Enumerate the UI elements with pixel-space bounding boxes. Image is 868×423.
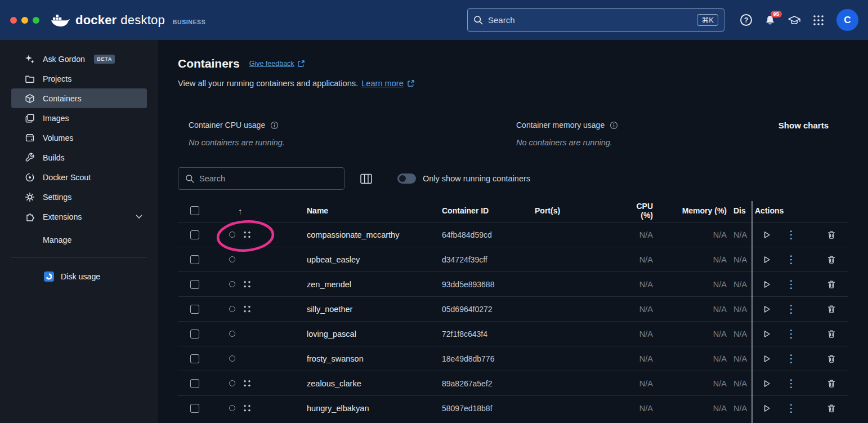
status-cell bbox=[212, 404, 307, 413]
sidebar-item-label: Images bbox=[43, 114, 69, 123]
more-actions-button[interactable]: ⋮ bbox=[786, 328, 797, 339]
sidebar-item-projects[interactable]: Projects bbox=[11, 69, 147, 88]
row-checkbox[interactable] bbox=[190, 330, 199, 339]
global-search-input[interactable] bbox=[488, 15, 692, 25]
start-button[interactable] bbox=[762, 379, 771, 388]
container-name[interactable]: loving_pascal bbox=[307, 330, 442, 339]
start-button[interactable] bbox=[762, 354, 771, 363]
delete-button[interactable] bbox=[827, 379, 836, 388]
sidebar-item-manage[interactable]: Manage bbox=[11, 230, 147, 250]
start-button[interactable] bbox=[762, 255, 771, 264]
more-actions-button[interactable]: ⋮ bbox=[786, 304, 797, 314]
delete-button[interactable] bbox=[827, 354, 836, 363]
maximize-window-button[interactable] bbox=[33, 17, 39, 24]
container-search[interactable] bbox=[178, 167, 344, 190]
start-button[interactable] bbox=[762, 404, 771, 413]
give-feedback-label[interactable]: Give feedback bbox=[249, 60, 294, 68]
show-charts-button[interactable]: Show charts bbox=[778, 121, 848, 147]
delete-button[interactable] bbox=[827, 230, 836, 239]
more-actions-button[interactable]: ⋮ bbox=[786, 254, 797, 265]
sort-ascending-icon[interactable]: ↑ bbox=[212, 206, 307, 216]
disk-usage-icon bbox=[44, 271, 54, 282]
info-icon[interactable] bbox=[270, 121, 279, 130]
sidebar-item-extensions[interactable]: Extensions bbox=[11, 207, 147, 226]
select-all-checkbox[interactable] bbox=[190, 206, 199, 215]
table-row[interactable]: silly_noether 05d6964f0272 N/A N/A N/A ⋮ bbox=[178, 296, 848, 321]
sidebar-item-disk-usage[interactable]: Disk usage bbox=[11, 267, 147, 286]
row-checkbox[interactable] bbox=[190, 230, 199, 239]
help-icon[interactable]: ? bbox=[740, 14, 752, 26]
global-search[interactable]: ⌘K bbox=[467, 8, 724, 32]
more-actions-button[interactable]: ⋮ bbox=[786, 403, 797, 413]
header-ports[interactable]: Port(s) bbox=[535, 206, 623, 215]
give-feedback-link[interactable]: Give feedback bbox=[249, 60, 305, 68]
header-name[interactable]: Name bbox=[307, 206, 442, 215]
container-name[interactable]: zen_mendel bbox=[307, 280, 442, 289]
start-button[interactable] bbox=[762, 330, 771, 339]
start-button[interactable] bbox=[762, 230, 771, 239]
row-checkbox[interactable] bbox=[190, 404, 199, 413]
compose-group-icon bbox=[243, 230, 252, 239]
start-button[interactable] bbox=[762, 280, 771, 289]
more-actions-button[interactable]: ⋮ bbox=[786, 279, 797, 290]
sidebar-item-images[interactable]: Images bbox=[11, 108, 147, 128]
columns-icon[interactable] bbox=[360, 173, 372, 184]
container-cube-icon bbox=[25, 93, 35, 104]
info-icon[interactable] bbox=[610, 121, 618, 130]
table-row[interactable]: frosty_swanson 18e49d8db776 N/A N/A N/A … bbox=[178, 346, 848, 371]
delete-button[interactable] bbox=[827, 305, 836, 314]
header-cpu[interactable]: CPU (%) bbox=[623, 202, 656, 220]
container-cpu: N/A bbox=[623, 354, 656, 363]
sidebar-item-volumes[interactable]: Volumes bbox=[11, 128, 147, 148]
row-checkbox[interactable] bbox=[190, 354, 199, 363]
container-name[interactable]: hungry_elbakyan bbox=[307, 404, 442, 413]
apps-grid-icon[interactable] bbox=[813, 15, 824, 26]
more-actions-button[interactable]: ⋮ bbox=[786, 229, 797, 240]
table-row[interactable]: upbeat_easley d34724f39cff N/A N/A N/A ⋮ bbox=[178, 247, 848, 271]
header-disk[interactable]: Dis bbox=[732, 206, 755, 215]
docker-desktop-brand: docker desktop BUSINESS bbox=[51, 13, 205, 28]
delete-button[interactable] bbox=[827, 330, 836, 339]
table-row[interactable]: loving_pascal 72f1f8c643f4 N/A N/A N/A ⋮ bbox=[178, 321, 848, 346]
wrench-icon bbox=[25, 153, 35, 163]
header-container-id[interactable]: Container ID bbox=[442, 206, 535, 215]
row-checkbox[interactable] bbox=[190, 255, 199, 264]
container-name[interactable]: upbeat_easley bbox=[307, 255, 442, 264]
start-button[interactable] bbox=[762, 305, 771, 314]
container-search-input[interactable] bbox=[199, 174, 337, 183]
avatar[interactable]: C bbox=[836, 9, 858, 31]
delete-button[interactable] bbox=[827, 404, 836, 413]
volumes-icon bbox=[25, 133, 35, 143]
container-id: 58097ed18b8f bbox=[442, 404, 535, 413]
row-checkbox[interactable] bbox=[190, 379, 199, 388]
table-row[interactable]: hungry_elbakyan 58097ed18b8f N/A N/A N/A… bbox=[178, 395, 848, 420]
delete-button[interactable] bbox=[827, 280, 836, 289]
minimize-window-button[interactable] bbox=[21, 17, 28, 24]
table-row[interactable]: zealous_clarke 89a8267a5ef2 N/A N/A N/A … bbox=[178, 371, 848, 395]
sidebar-item-label: Containers bbox=[43, 94, 82, 103]
more-actions-button[interactable]: ⋮ bbox=[786, 378, 797, 389]
row-checkbox[interactable] bbox=[190, 280, 199, 289]
container-name[interactable]: zealous_clarke bbox=[307, 379, 442, 388]
row-checkbox[interactable] bbox=[190, 305, 199, 314]
sidebar-item-settings[interactable]: Settings bbox=[11, 187, 147, 207]
close-window-button[interactable] bbox=[10, 17, 17, 24]
notifications-button[interactable]: 95 bbox=[764, 15, 776, 26]
header-memory[interactable]: Memory (%) bbox=[656, 206, 732, 215]
table-row[interactable]: compassionate_mccarthy 64fb484d59cd N/A … bbox=[178, 222, 848, 247]
row-actions: ⋮ bbox=[755, 403, 848, 413]
more-actions-button[interactable]: ⋮ bbox=[786, 353, 797, 364]
container-memory: N/A bbox=[656, 354, 732, 363]
container-name[interactable]: silly_noether bbox=[307, 305, 442, 314]
sidebar-item-builds[interactable]: Builds bbox=[11, 148, 147, 167]
container-name[interactable]: frosty_swanson bbox=[307, 354, 442, 363]
sidebar-item-ask-gordon[interactable]: Ask Gordon BETA bbox=[11, 49, 147, 69]
learn-more-link[interactable]: Learn more bbox=[361, 79, 404, 88]
running-only-toggle[interactable] bbox=[397, 173, 416, 184]
sidebar-item-containers[interactable]: Containers bbox=[11, 88, 147, 108]
table-row[interactable]: zen_mendel 93dd5e893688 N/A N/A N/A ⋮ bbox=[178, 271, 848, 296]
delete-button[interactable] bbox=[827, 255, 836, 264]
sidebar-item-docker-scout[interactable]: Docker Scout bbox=[11, 167, 147, 187]
learning-center-icon[interactable] bbox=[788, 15, 800, 25]
container-name[interactable]: compassionate_mccarthy bbox=[307, 230, 442, 239]
